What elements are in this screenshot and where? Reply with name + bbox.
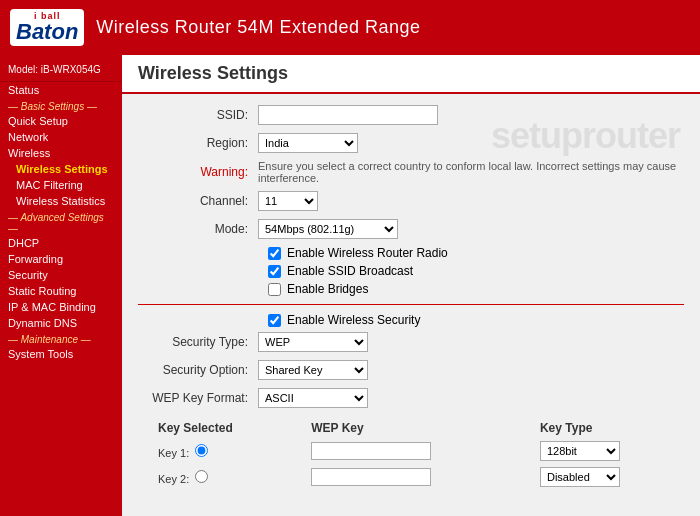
cb-ssid-row: Enable SSID Broadcast <box>268 264 684 278</box>
wep-format-label: WEP Key Format: <box>138 391 258 405</box>
sidebar-item-wireless-stats[interactable]: Wireless Statistics <box>0 193 122 209</box>
wep-row1-key <box>303 439 530 463</box>
sidebar-item-forwarding[interactable]: Forwarding <box>0 251 122 267</box>
sidebar-item-status[interactable]: Status <box>0 82 122 98</box>
model-label: Model: iB-WRX054G <box>0 60 122 82</box>
channel-label: Channel: <box>138 194 258 208</box>
wep-format-select[interactable]: ASCII Hexadecimal <box>258 388 368 408</box>
main-layout: Model: iB-WRX054G Status — Basic Setting… <box>0 55 700 516</box>
cb-radio-input[interactable] <box>268 247 281 260</box>
region-select[interactable]: India USA Europe Australia <box>258 133 358 153</box>
wep-format-row: WEP Key Format: ASCII Hexadecimal <box>138 387 684 409</box>
warning-row: Warning: Ensure you select a correct cou… <box>138 160 684 184</box>
region-row: Region: India USA Europe Australia <box>138 132 684 154</box>
wep-row1-radio[interactable] <box>195 444 208 457</box>
content-header: Wireless Settings <box>122 55 700 94</box>
cb-security-input[interactable] <box>268 314 281 327</box>
sidebar: Model: iB-WRX054G Status — Basic Setting… <box>0 55 122 516</box>
ssid-label: SSID: <box>138 108 258 122</box>
channel-select[interactable]: 11 1234 5678 910 <box>258 191 318 211</box>
security-option-select[interactable]: Shared Key Open System <box>258 360 368 380</box>
cb-bridges-row: Enable Bridges <box>268 282 684 296</box>
ssid-value <box>258 105 684 125</box>
sidebar-section-basic: — Basic Settings — <box>0 98 122 113</box>
cb-bridges-input[interactable] <box>268 283 281 296</box>
security-option-label: Security Option: <box>138 363 258 377</box>
sidebar-item-ip-mac-binding[interactable]: IP & MAC Binding <box>0 299 122 315</box>
sidebar-item-static-routing[interactable]: Static Routing <box>0 283 122 299</box>
wep-col-selected: Key Selected <box>150 419 301 437</box>
mode-select[interactable]: 54Mbps (802.11g) 11Mbps (802.11b) Mixed <box>258 219 398 239</box>
security-type-select[interactable]: WEP WPA WPA2 <box>258 332 368 352</box>
region-label: Region: <box>138 136 258 150</box>
wep-row2-type: Disabled 128bit 64bit <box>532 465 692 489</box>
wep-key2-input[interactable] <box>311 468 431 486</box>
security-type-value: WEP WPA WPA2 <box>258 332 684 352</box>
sidebar-item-system-tools[interactable]: System Tools <box>0 346 122 362</box>
cb-bridges-label: Enable Bridges <box>287 282 368 296</box>
security-option-value: Shared Key Open System <box>258 360 684 380</box>
ssid-row: SSID: <box>138 104 684 126</box>
mode-row: Mode: 54Mbps (802.11g) 11Mbps (802.11b) … <box>138 218 684 240</box>
divider-1 <box>138 304 684 305</box>
sidebar-item-dhcp[interactable]: DHCP <box>0 235 122 251</box>
ssid-input[interactable] <box>258 105 438 125</box>
header: i ball Baton Wireless Router 54M Extende… <box>0 0 700 55</box>
wep-row-1: Key 1: 128bit 64bit <box>150 439 692 463</box>
sidebar-item-security[interactable]: Security <box>0 267 122 283</box>
wep-format-value: ASCII Hexadecimal <box>258 388 684 408</box>
cb-radio-label: Enable Wireless Router Radio <box>287 246 448 260</box>
wep-col-type: Key Type <box>532 419 692 437</box>
wep-key1-type-select[interactable]: 128bit 64bit <box>540 441 620 461</box>
sidebar-item-quicksetup[interactable]: Quick Setup <box>0 113 122 129</box>
content-area: Wireless Settings setuprouter SSID: Regi… <box>122 55 700 516</box>
cb-ssid-input[interactable] <box>268 265 281 278</box>
sidebar-item-network[interactable]: Network <box>0 129 122 145</box>
cb-security-label: Enable Wireless Security <box>287 313 420 327</box>
wep-key1-input[interactable] <box>311 442 431 460</box>
cb-ssid-label: Enable SSID Broadcast <box>287 264 413 278</box>
wep-key-table: Key Selected WEP Key Key Type Key 1: 128… <box>148 417 694 491</box>
wep-row1-type: 128bit 64bit <box>532 439 692 463</box>
content-body: SSID: Region: India USA Europe Australia <box>122 94 700 501</box>
channel-row: Channel: 11 1234 5678 910 <box>138 190 684 212</box>
mode-label: Mode: <box>138 222 258 236</box>
wep-row-2: Key 2: Disabled 128bit 64bit <box>150 465 692 489</box>
region-value: India USA Europe Australia <box>258 133 684 153</box>
security-option-row: Security Option: Shared Key Open System <box>138 359 684 381</box>
wep-row1-label: Key 1: <box>150 439 301 463</box>
logo: i ball Baton <box>10 9 84 46</box>
channel-value: 11 1234 5678 910 <box>258 191 684 211</box>
sidebar-section-advanced: — Advanced Settings — <box>0 209 122 235</box>
warning-label: Warning: <box>138 165 258 179</box>
warning-text: Ensure you select a correct country to c… <box>258 160 684 184</box>
header-title: Wireless Router 54M Extended Range <box>96 17 420 38</box>
wep-key2-type-select[interactable]: Disabled 128bit 64bit <box>540 467 620 487</box>
wep-col-key: WEP Key <box>303 419 530 437</box>
sidebar-section-maintenance: — Maintenance — <box>0 331 122 346</box>
wep-row2-key <box>303 465 530 489</box>
wep-row2-label: Key 2: <box>150 465 301 489</box>
logo-brand: Baton <box>16 21 78 43</box>
sidebar-item-wireless[interactable]: Wireless <box>0 145 122 161</box>
sidebar-item-mac-filtering[interactable]: MAC Filtering <box>0 177 122 193</box>
cb-security-row: Enable Wireless Security <box>268 313 684 327</box>
sidebar-item-dynamic-dns[interactable]: Dynamic DNS <box>0 315 122 331</box>
sidebar-item-wireless-settings[interactable]: Wireless Settings <box>0 161 122 177</box>
wep-row2-radio[interactable] <box>195 470 208 483</box>
mode-value: 54Mbps (802.11g) 11Mbps (802.11b) Mixed <box>258 219 684 239</box>
cb-radio-row: Enable Wireless Router Radio <box>268 246 684 260</box>
security-type-row: Security Type: WEP WPA WPA2 <box>138 331 684 353</box>
page-title: Wireless Settings <box>138 63 288 83</box>
security-type-label: Security Type: <box>138 335 258 349</box>
